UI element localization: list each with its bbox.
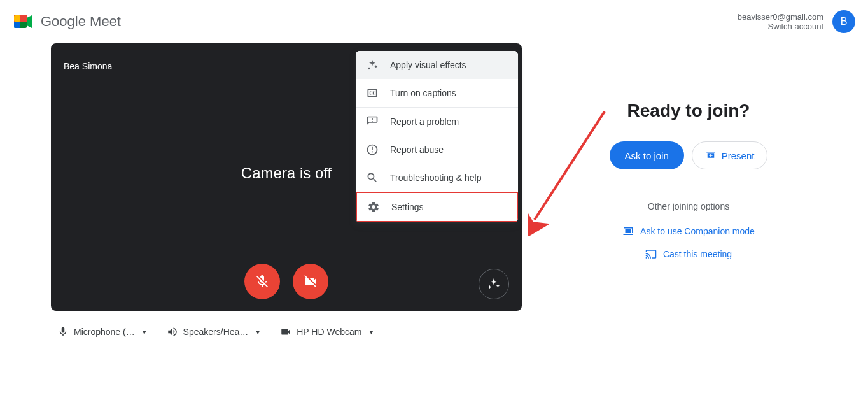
ready-heading: Ready to join?: [627, 101, 750, 121]
camera-icon: [280, 326, 291, 338]
logo[interactable]: Google Meet: [13, 10, 121, 33]
menu-report-abuse[interactable]: Report abuse: [356, 136, 518, 164]
participant-name: Bea Simona: [64, 61, 112, 71]
menu-item-label: Report a problem: [390, 117, 459, 127]
menu-item-label: Turn on captions: [390, 88, 456, 98]
camera-selector[interactable]: HP HD Webcam▼: [280, 326, 374, 338]
speakers-selector[interactable]: Speakers/Hea…▼: [167, 326, 262, 338]
camera-off-icon: [303, 274, 318, 289]
svg-rect-3: [14, 15, 20, 22]
camera-toggle-button[interactable]: [293, 264, 328, 299]
gear-icon: [367, 201, 380, 213]
present-icon: [705, 150, 717, 161]
menu-item-label: Report abuse: [390, 145, 444, 155]
menu-item-label: Settings: [391, 202, 424, 212]
visual-effects-button[interactable]: [479, 269, 509, 299]
troubleshoot-icon: [366, 171, 379, 184]
sparkle-icon: [487, 277, 501, 291]
device-selector-row: Microphone (…▼ Speakers/Hea…▼ HP HD Webc…: [51, 322, 522, 341]
switch-account-link[interactable]: Switch account: [738, 22, 823, 31]
menu-item-label: Troubleshooting & help: [390, 173, 481, 183]
menu-troubleshooting[interactable]: Troubleshooting & help: [356, 164, 518, 192]
sparkle-icon: [366, 59, 379, 71]
join-panel: Ready to join? Ask to join Present Other…: [560, 43, 817, 271]
mic-off-icon: [255, 274, 270, 289]
mic-icon: [57, 326, 69, 338]
feedback-icon: [366, 115, 379, 128]
menu-report-problem[interactable]: Report a problem: [356, 108, 518, 136]
account-section: beavisser0@gmail.com Switch account B: [738, 10, 855, 33]
menu-settings[interactable]: Settings: [356, 192, 518, 222]
menu-apply-visual-effects[interactable]: Apply visual effects: [356, 51, 518, 79]
cast-meeting-link[interactable]: Cast this meeting: [645, 248, 732, 260]
report-abuse-icon: [366, 143, 379, 156]
video-preview: Bea Simona Camera is off Apply visual ef…: [51, 43, 522, 311]
ask-to-join-button[interactable]: Ask to join: [610, 141, 684, 169]
companion-icon: [622, 225, 634, 237]
mic-toggle-button[interactable]: [244, 264, 280, 299]
avatar[interactable]: B: [832, 10, 855, 33]
meet-logo-icon: [13, 10, 36, 33]
captions-icon: [366, 87, 379, 99]
menu-item-label: Apply visual effects: [390, 60, 466, 70]
header: Google Meet beavisser0@gmail.com Switch …: [0, 0, 868, 43]
other-options-label: Other joining options: [648, 201, 729, 211]
account-email: beavisser0@gmail.com: [738, 12, 823, 22]
logo-text: Google Meet: [41, 13, 121, 30]
cast-icon: [645, 248, 657, 260]
menu-turn-on-captions[interactable]: Turn on captions: [356, 79, 518, 107]
microphone-selector[interactable]: Microphone (…▼: [57, 326, 148, 338]
companion-mode-link[interactable]: Ask to use Companion mode: [622, 225, 755, 237]
more-options-menu: Apply visual effects Turn on captions Re…: [356, 51, 518, 222]
speaker-icon: [167, 326, 178, 338]
present-button[interactable]: Present: [692, 141, 768, 169]
